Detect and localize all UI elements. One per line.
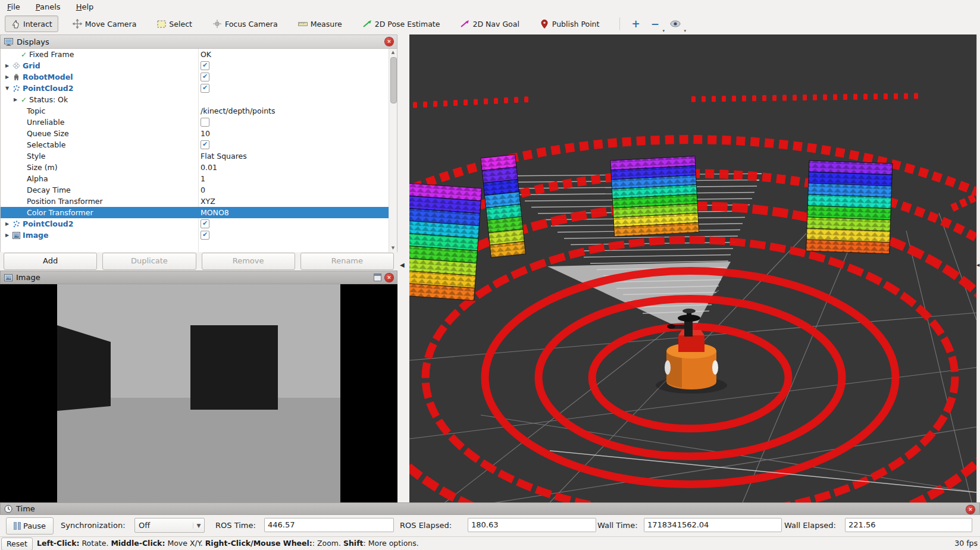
add-display-button[interactable]: Add: [4, 253, 97, 270]
menu-help[interactable]: Help: [76, 2, 94, 11]
tree-row-value[interactable]: MONO8: [201, 208, 229, 217]
sync-dropdown[interactable]: Off ▼: [134, 518, 205, 533]
wall-time-field[interactable]: 1718341562.04: [644, 518, 782, 532]
tree-row-label: Position Transformer: [27, 197, 103, 206]
tree-row-queue-size[interactable]: Queue Size10: [1, 128, 397, 139]
wall-elapsed-field[interactable]: 221.56: [845, 518, 972, 532]
close-icon[interactable]: ✕: [385, 37, 393, 46]
image-icon: [4, 274, 12, 281]
tree-row-fixed-frame[interactable]: ✓Fixed FrameOK: [1, 49, 397, 60]
tree-row-value[interactable]: 0.01: [201, 163, 217, 172]
tree-row-value[interactable]: XYZ: [201, 197, 215, 206]
checkbox-unchecked[interactable]: [201, 118, 209, 127]
close-icon[interactable]: ✕: [385, 274, 393, 282]
scrollbar-thumb[interactable]: [390, 57, 397, 103]
stack-center: [610, 156, 699, 237]
tree-row-value[interactable]: /kinect/depth/points: [201, 106, 275, 115]
ros-elapsed-field[interactable]: 180.63: [468, 518, 596, 532]
tree-row-position-transformer[interactable]: Position TransformerXYZ: [1, 196, 397, 207]
tree-row-color-transformer[interactable]: Color TransformerMONO8: [1, 207, 397, 218]
checkbox-checked[interactable]: ✔: [201, 84, 209, 93]
displays-tree: ✓Fixed FrameOK▶Grid✔▶RobotModel✔▼PointCl…: [0, 49, 397, 252]
expander-down-icon[interactable]: ▼: [4, 86, 10, 91]
tree-row-selectable[interactable]: Selectable✔: [1, 139, 397, 150]
tree-row-value[interactable]: 0: [201, 186, 205, 194]
3d-viewport[interactable]: [409, 34, 976, 502]
duplicate-display-button: Duplicate: [102, 253, 196, 270]
chevron-down-icon: ▼: [193, 523, 204, 529]
tree-row-value[interactable]: 1: [201, 174, 205, 183]
focus-camera-icon: [212, 19, 222, 29]
menu-file[interactable]: File: [7, 2, 20, 11]
expander-right-icon[interactable]: ▶: [4, 63, 10, 68]
checkbox-checked[interactable]: ✔: [201, 231, 209, 240]
time-controls: Pause Synchronization: Off ▼ ROS Time:44…: [0, 515, 980, 536]
tree-row-image[interactable]: ▶Image✔: [1, 230, 397, 241]
image-panel-header[interactable]: Image ✕: [0, 271, 397, 284]
checkbox-checked[interactable]: ✔: [201, 219, 209, 228]
expander-right-icon[interactable]: ▶: [12, 97, 18, 102]
tree-row-pointcloud2[interactable]: ▼PointCloud2✔: [1, 83, 397, 94]
tool-label: Publish Point: [552, 20, 600, 29]
tool-visibility-button[interactable]: ▾: [665, 17, 686, 31]
tool-label: Focus Camera: [225, 20, 278, 29]
checkbox-checked[interactable]: ✔: [201, 61, 209, 70]
panel-splitter[interactable]: ◀: [397, 34, 409, 502]
time-panel-header[interactable]: Time ✕: [0, 502, 980, 515]
tool-measure[interactable]: Measure: [292, 15, 348, 32]
scroll-up-icon[interactable]: ▲: [389, 49, 397, 56]
splitter-collapse-icon[interactable]: ◀: [976, 263, 979, 268]
undock-icon[interactable]: [374, 274, 381, 281]
tool-label: Select: [169, 20, 192, 29]
pause-icon: [14, 522, 21, 530]
tree-row-status-ok[interactable]: ▶✓Status: Ok: [1, 94, 397, 105]
tree-row-topic[interactable]: Topic/kinect/depth/points: [1, 105, 397, 117]
close-icon[interactable]: ✕: [966, 505, 975, 514]
tree-row-value[interactable]: OK: [201, 50, 211, 59]
menu-panels[interactable]: Panels: [36, 2, 61, 11]
tool-focus-camera[interactable]: Focus Camera: [206, 15, 284, 32]
tool-move-camera[interactable]: Move Camera: [67, 15, 143, 32]
expander-right-icon[interactable]: ▶: [4, 221, 10, 227]
tool-select[interactable]: Select: [151, 15, 198, 32]
tool-2d-nav-goal[interactable]: 2D Nav Goal: [454, 15, 525, 32]
add-tool-button[interactable]: +: [626, 17, 645, 31]
tree-row-label: RobotModel: [23, 73, 73, 81]
wall-elapsed-label: Wall Elapsed:: [784, 521, 836, 530]
tool-interact[interactable]: Interact: [5, 15, 58, 32]
tree-row-grid[interactable]: ▶Grid✔: [1, 60, 397, 71]
tree-row-value[interactable]: Flat Squares: [201, 152, 247, 161]
tree-scrollbar[interactable]: ▲ ▼: [389, 49, 397, 252]
ros-time-label: ROS Time:: [215, 521, 256, 530]
expander-right-icon[interactable]: ▶: [4, 74, 10, 80]
reset-button[interactable]: Reset: [1, 538, 33, 550]
tree-row-alpha[interactable]: Alpha1: [1, 173, 397, 184]
scroll-down-icon[interactable]: ▼: [389, 244, 397, 252]
tree-row-pointcloud2[interactable]: ▶PointCloud2✔: [1, 218, 397, 230]
pause-button[interactable]: Pause: [6, 517, 54, 535]
toolbar-separator: [619, 17, 620, 30]
tree-row-robotmodel[interactable]: ▶RobotModel✔: [1, 71, 397, 83]
remove-tool-button[interactable]: −▾: [646, 17, 665, 31]
splitter-collapse-icon[interactable]: ◀: [400, 262, 405, 268]
tree-row-unreliable[interactable]: Unreliable: [1, 117, 397, 128]
rviz-window: FilePanelsHelp InteractMove CameraSelect…: [0, 0, 980, 550]
displays-buttons: AddDuplicateRemoveRename: [0, 252, 397, 270]
tree-row-size-m-[interactable]: Size (m)0.01: [1, 162, 397, 173]
tree-row-decay-time[interactable]: Decay Time0: [1, 184, 397, 196]
displays-panel-header[interactable]: Displays ✕: [0, 34, 397, 49]
displays-panel-title: Displays: [17, 37, 49, 46]
tool-2d-pose-estimate[interactable]: 2D Pose Estimate: [356, 15, 446, 32]
tree-row-label: Queue Size: [27, 129, 69, 138]
rename-display-button: Rename: [300, 253, 394, 270]
checkbox-checked[interactable]: ✔: [201, 140, 209, 149]
tree-row-label: Image: [23, 231, 49, 240]
tree-row-value[interactable]: 10: [201, 129, 210, 138]
right-dock-splitter[interactable]: ◀: [976, 34, 980, 502]
tool-publish-point[interactable]: Publish Point: [534, 15, 606, 32]
wall-time-label: Wall Time:: [597, 521, 638, 530]
tree-row-style[interactable]: StyleFlat Squares: [1, 150, 397, 162]
ros-time-field[interactable]: 446.57: [264, 518, 394, 532]
expander-right-icon[interactable]: ▶: [4, 232, 10, 238]
checkbox-checked[interactable]: ✔: [201, 73, 209, 81]
